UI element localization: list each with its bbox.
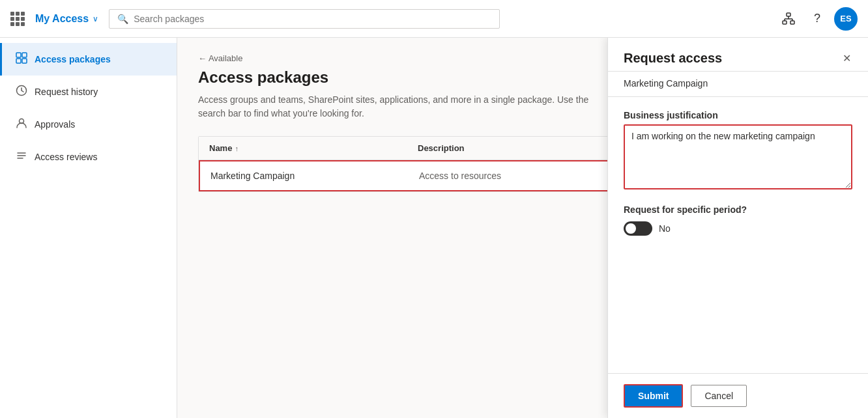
panel-title: Request access xyxy=(624,51,722,66)
avatar-initials: ES xyxy=(840,14,851,23)
search-input[interactable] xyxy=(134,14,491,24)
search-icon: 🔍 xyxy=(117,14,128,24)
help-icon: ? xyxy=(814,12,820,25)
access-reviews-icon xyxy=(15,150,28,164)
page-description: Access groups and teams, SharePoint site… xyxy=(198,93,589,120)
search-bar: 🔍 xyxy=(109,9,500,29)
top-navigation: My Access ∨ 🔍 ? ES xyxy=(0,0,868,38)
sidebar-item-request-history[interactable]: Request history xyxy=(0,76,177,108)
sidebar-item-label: Access reviews xyxy=(35,152,97,162)
toggle-thumb xyxy=(626,223,636,234)
sidebar-item-access-packages[interactable]: Access packages xyxy=(0,43,177,76)
specific-period-field: Request for specific period? No xyxy=(624,204,852,236)
justification-field: Business justification I am working on t… xyxy=(624,110,852,191)
main-content-area: ← Available Access packages Access group… xyxy=(177,38,868,418)
cancel-button[interactable]: Cancel xyxy=(691,385,747,407)
grid-menu-icon[interactable] xyxy=(10,12,25,26)
panel-subtitle: Marketing Campaign xyxy=(608,72,868,97)
sidebar-item-label: Request history xyxy=(35,87,98,97)
request-access-panel: Request access ✕ Marketing Campaign Busi… xyxy=(607,38,868,418)
sidebar: Access packages Request history Approval… xyxy=(0,38,177,418)
close-icon: ✕ xyxy=(843,52,851,64)
panel-body: Business justification I am working on t… xyxy=(608,97,868,373)
org-icon xyxy=(782,12,795,25)
table-header-name: Name ↑ xyxy=(209,143,418,153)
specific-period-toggle[interactable] xyxy=(624,221,652,236)
breadcrumb-back-link[interactable]: ← Available xyxy=(198,53,242,63)
svg-rect-7 xyxy=(16,53,21,57)
justification-label: Business justification xyxy=(624,110,852,120)
sidebar-item-label: Access packages xyxy=(35,54,111,64)
svg-rect-8 xyxy=(22,53,27,57)
help-button[interactable]: ? xyxy=(805,7,829,31)
svg-rect-1 xyxy=(783,21,787,24)
topnav-right-actions: ? ES xyxy=(777,7,858,31)
sidebar-item-label: Approvals xyxy=(35,119,75,130)
svg-rect-0 xyxy=(787,13,790,16)
specific-period-label: Request for specific period? xyxy=(624,204,852,215)
svg-rect-2 xyxy=(790,21,794,24)
submit-button[interactable]: Submit xyxy=(624,384,683,408)
approvals-icon xyxy=(15,117,28,132)
panel-header: Request access ✕ xyxy=(608,38,868,72)
toggle-row: No xyxy=(624,221,852,236)
toggle-text: No xyxy=(659,223,671,234)
table-cell-name: Marketing Campaign xyxy=(210,171,419,181)
access-packages-icon xyxy=(15,52,28,66)
app-title: My Access xyxy=(35,13,89,25)
avatar[interactable]: ES xyxy=(834,7,858,31)
svg-rect-9 xyxy=(16,59,21,63)
org-icon-button[interactable] xyxy=(777,7,800,31)
panel-close-button[interactable]: ✕ xyxy=(841,51,852,66)
svg-rect-10 xyxy=(22,59,27,63)
justification-textarea[interactable]: I am working on the new marketing campai… xyxy=(624,124,852,189)
request-history-icon xyxy=(15,85,28,99)
main-layout: Access packages Request history Approval… xyxy=(0,38,868,418)
app-brand[interactable]: My Access ∨ xyxy=(35,13,98,25)
sidebar-item-access-reviews[interactable]: Access reviews xyxy=(0,141,177,173)
sidebar-item-approvals[interactable]: Approvals xyxy=(0,108,177,141)
sort-icon[interactable]: ↑ xyxy=(235,145,239,152)
brand-chevron-icon: ∨ xyxy=(93,14,98,23)
panel-footer: Submit Cancel xyxy=(608,373,868,418)
